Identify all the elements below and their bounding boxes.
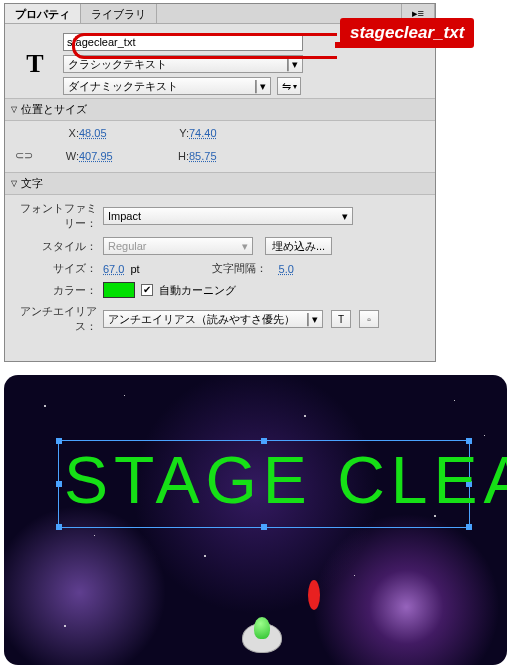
- panel-body: T クラシックテキスト │▾ ダイナミックテキスト │▾ ⇋▾ ▽ 位置とサイズ: [5, 24, 435, 350]
- section-position-size-body: X: 48.05 Y: 74.40 ⊂⊃ W: 407.95 H: 85.75: [5, 121, 435, 172]
- section-position-size-header[interactable]: ▽ 位置とサイズ: [5, 98, 435, 121]
- tab-properties[interactable]: プロパティ: [5, 4, 81, 23]
- star: [124, 395, 125, 396]
- tab-library[interactable]: ライブラリ: [81, 4, 157, 23]
- text-engine-value: クラシックテキスト: [68, 57, 167, 72]
- font-family-label: フォントファミリー：: [15, 201, 103, 231]
- font-family-value: Impact: [108, 210, 141, 222]
- size-unit: pt: [130, 263, 139, 275]
- size-value[interactable]: 67.0: [103, 263, 124, 275]
- auto-kern-checkbox[interactable]: ✔: [141, 284, 153, 296]
- spacing-label: 文字間隔：: [212, 261, 273, 276]
- paragraph-icon: ⇋: [282, 80, 291, 93]
- chevron-down-icon: ▾: [242, 240, 248, 253]
- star: [484, 435, 485, 436]
- x-label: X:: [39, 127, 79, 139]
- chevron-down-icon: │▾: [285, 58, 298, 71]
- text-direction-button[interactable]: ⇋▾: [277, 77, 301, 95]
- y-value[interactable]: 74.40: [189, 127, 259, 139]
- y-label: Y:: [149, 127, 189, 139]
- w-value[interactable]: 407.95: [79, 150, 149, 162]
- section-title: 文字: [21, 176, 43, 191]
- stage-clear-text[interactable]: STAGE CLEAR: [64, 447, 507, 513]
- h-label: H:: [149, 150, 189, 162]
- triangle-down-icon: ▽: [11, 179, 17, 188]
- enemy-bullet: [308, 580, 320, 610]
- aa-label: アンチエイリアス：: [15, 304, 103, 334]
- resize-handle[interactable]: [261, 524, 267, 530]
- resize-handle[interactable]: [56, 481, 62, 487]
- star: [64, 625, 66, 627]
- text-type-select[interactable]: ダイナミックテキスト │▾: [63, 77, 271, 95]
- lock-aspect-icon[interactable]: ⊂⊃: [15, 149, 33, 162]
- callout-label: stageclear_txt: [340, 18, 474, 48]
- resize-handle[interactable]: [466, 524, 472, 530]
- stage-preview: STAGE CLEAR: [4, 375, 507, 665]
- chevron-down-icon: ▾: [342, 210, 348, 223]
- star: [304, 415, 306, 417]
- spacing-value[interactable]: 5.0: [279, 263, 294, 275]
- chevron-down-icon: ▾: [293, 82, 297, 91]
- star: [94, 535, 95, 536]
- resize-handle[interactable]: [56, 438, 62, 444]
- properties-panel: プロパティ ライブラリ ▸≡ T クラシックテキスト │▾ ダイナミックテキスト…: [4, 3, 436, 362]
- x-value[interactable]: 48.05: [79, 127, 149, 139]
- chevron-down-icon: │▾: [253, 80, 266, 93]
- auto-kern-label: 自動カーニング: [159, 283, 236, 298]
- color-label: カラー：: [15, 283, 103, 298]
- text-engine-select[interactable]: クラシックテキスト │▾: [63, 55, 303, 73]
- antialias-value: アンチエイリアス（読みやすさ優先）: [108, 312, 295, 327]
- color-swatch[interactable]: [103, 282, 135, 298]
- star: [44, 405, 46, 407]
- h-value[interactable]: 85.75: [189, 150, 259, 162]
- font-family-select[interactable]: Impact ▾: [103, 207, 353, 225]
- style-label: スタイル：: [15, 239, 103, 254]
- ship-dome: [254, 617, 270, 639]
- section-character-header[interactable]: ▽ 文字: [5, 172, 435, 195]
- star: [454, 400, 455, 401]
- superscript-toggle[interactable]: ▫: [359, 310, 379, 328]
- size-label: サイズ：: [15, 261, 103, 276]
- selectable-toggle[interactable]: T: [331, 310, 351, 328]
- triangle-down-icon: ▽: [11, 105, 17, 114]
- text-tool-icon: T: [15, 49, 55, 79]
- star: [354, 575, 355, 576]
- font-style-value: Regular: [108, 240, 147, 252]
- section-character-body: フォントファミリー： Impact ▾ スタイル： Regular ▾ 埋め込み…: [5, 195, 435, 344]
- player-ship: [236, 615, 288, 655]
- chevron-down-icon: │▾: [305, 313, 318, 326]
- star: [204, 555, 206, 557]
- antialias-select[interactable]: アンチエイリアス（読みやすさ優先） │▾: [103, 310, 323, 328]
- instance-name-input[interactable]: [63, 33, 303, 51]
- font-style-select[interactable]: Regular ▾: [103, 237, 253, 255]
- resize-handle[interactable]: [56, 524, 62, 530]
- embed-button[interactable]: 埋め込み...: [265, 237, 332, 255]
- w-label: W:: [39, 150, 79, 162]
- text-type-value: ダイナミックテキスト: [68, 79, 178, 94]
- section-title: 位置とサイズ: [21, 102, 87, 117]
